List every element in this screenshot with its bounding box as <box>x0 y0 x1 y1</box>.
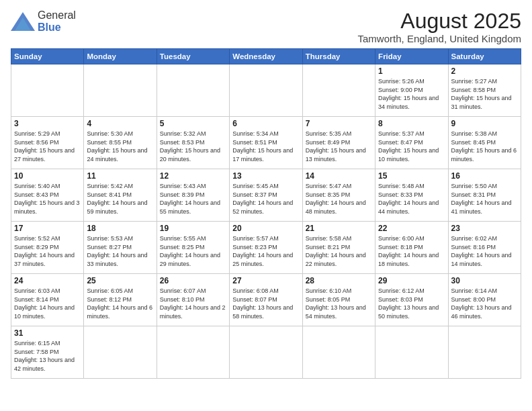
calendar-cell: 15Sunrise: 5:48 AM Sunset: 8:33 PM Dayli… <box>375 169 448 222</box>
day-number: 22 <box>378 224 445 233</box>
header-tuesday: Tuesday <box>157 49 229 64</box>
calendar-cell: 27Sunrise: 6:08 AM Sunset: 8:07 PM Dayli… <box>230 274 302 326</box>
calendar-cell: 19Sunrise: 5:55 AM Sunset: 8:25 PM Dayli… <box>157 222 229 274</box>
day-number: 8 <box>378 119 445 128</box>
day-number: 28 <box>306 276 372 285</box>
day-number: 17 <box>14 224 81 233</box>
calendar-cell: 12Sunrise: 5:43 AM Sunset: 8:39 PM Dayli… <box>157 169 229 222</box>
day-info: Sunrise: 5:37 AM Sunset: 8:47 PM Dayligh… <box>378 130 445 163</box>
day-info: Sunrise: 5:34 AM Sunset: 8:51 PM Dayligh… <box>232 130 299 163</box>
day-number: 14 <box>306 171 372 181</box>
day-info: Sunrise: 6:10 AM Sunset: 8:05 PM Dayligh… <box>306 287 372 320</box>
day-number: 24 <box>14 276 81 285</box>
day-info: Sunrise: 5:48 AM Sunset: 8:33 PM Dayligh… <box>378 182 445 216</box>
header-wednesday: Wednesday <box>230 49 302 64</box>
calendar-cell: 21Sunrise: 5:58 AM Sunset: 8:21 PM Dayli… <box>302 222 375 274</box>
day-info: Sunrise: 5:53 AM Sunset: 8:27 PM Dayligh… <box>87 234 153 268</box>
calendar-cell <box>11 64 84 117</box>
calendar-header-row: Sunday Monday Tuesday Wednesday Thursday… <box>11 49 521 64</box>
header: General Blue August 2025 Tamworth, Engla… <box>11 9 521 44</box>
day-info: Sunrise: 5:42 AM Sunset: 8:41 PM Dayligh… <box>87 182 153 216</box>
calendar-cell <box>375 326 448 379</box>
calendar-cell: 9Sunrise: 5:38 AM Sunset: 8:45 PM Daylig… <box>448 117 521 169</box>
calendar-cell: 24Sunrise: 6:03 AM Sunset: 8:14 PM Dayli… <box>11 274 84 326</box>
calendar-cell <box>157 64 229 117</box>
day-number: 26 <box>160 276 226 285</box>
page: General Blue August 2025 Tamworth, Engla… <box>0 0 532 411</box>
title-block: August 2025 Tamworth, England, United Ki… <box>358 9 521 44</box>
day-number: 27 <box>232 276 299 285</box>
calendar-cell <box>84 64 157 117</box>
day-number: 1 <box>378 66 445 76</box>
calendar-cell: 8Sunrise: 5:37 AM Sunset: 8:47 PM Daylig… <box>375 117 448 169</box>
calendar-cell: 31Sunrise: 6:15 AM Sunset: 7:58 PM Dayli… <box>11 326 84 379</box>
calendar-table: Sunday Monday Tuesday Wednesday Thursday… <box>11 48 521 379</box>
day-info: Sunrise: 5:27 AM Sunset: 8:58 PM Dayligh… <box>451 77 518 111</box>
day-info: Sunrise: 5:32 AM Sunset: 8:53 PM Dayligh… <box>160 130 226 163</box>
calendar-cell <box>302 326 375 379</box>
day-info: Sunrise: 6:03 AM Sunset: 8:14 PM Dayligh… <box>14 287 81 320</box>
header-sunday: Sunday <box>11 49 84 64</box>
day-info: Sunrise: 5:55 AM Sunset: 8:25 PM Dayligh… <box>160 234 226 268</box>
calendar-cell: 16Sunrise: 5:50 AM Sunset: 8:31 PM Dayli… <box>448 169 521 222</box>
calendar-cell: 2Sunrise: 5:27 AM Sunset: 8:58 PM Daylig… <box>448 64 521 117</box>
day-info: Sunrise: 6:14 AM Sunset: 8:00 PM Dayligh… <box>451 287 518 320</box>
header-monday: Monday <box>84 49 157 64</box>
calendar-cell: 22Sunrise: 6:00 AM Sunset: 8:18 PM Dayli… <box>375 222 448 274</box>
calendar-cell: 3Sunrise: 5:29 AM Sunset: 8:56 PM Daylig… <box>11 117 84 169</box>
day-number: 29 <box>378 276 445 285</box>
calendar-cell: 13Sunrise: 5:45 AM Sunset: 8:37 PM Dayli… <box>230 169 302 222</box>
day-info: Sunrise: 5:29 AM Sunset: 8:56 PM Dayligh… <box>14 130 81 163</box>
day-info: Sunrise: 6:05 AM Sunset: 8:12 PM Dayligh… <box>87 287 153 320</box>
header-friday: Friday <box>375 49 448 64</box>
day-number: 20 <box>232 224 299 233</box>
calendar-cell: 30Sunrise: 6:14 AM Sunset: 8:00 PM Dayli… <box>448 274 521 326</box>
day-number: 9 <box>451 119 518 128</box>
day-number: 21 <box>306 224 372 233</box>
calendar-cell: 25Sunrise: 6:05 AM Sunset: 8:12 PM Dayli… <box>84 274 157 326</box>
calendar-title: August 2025 <box>358 9 521 33</box>
calendar-cell: 23Sunrise: 6:02 AM Sunset: 8:16 PM Dayli… <box>448 222 521 274</box>
calendar-cell: 20Sunrise: 5:57 AM Sunset: 8:23 PM Dayli… <box>230 222 302 274</box>
calendar-cell <box>230 326 302 379</box>
logo: General Blue <box>11 9 76 34</box>
day-info: Sunrise: 5:35 AM Sunset: 8:49 PM Dayligh… <box>306 130 372 163</box>
day-number: 5 <box>160 119 226 128</box>
calendar-body: 1Sunrise: 5:26 AM Sunset: 9:00 PM Daylig… <box>11 64 521 379</box>
day-info: Sunrise: 5:40 AM Sunset: 8:43 PM Dayligh… <box>14 182 81 216</box>
day-number: 3 <box>14 119 81 128</box>
calendar-cell: 11Sunrise: 5:42 AM Sunset: 8:41 PM Dayli… <box>84 169 157 222</box>
day-info: Sunrise: 6:08 AM Sunset: 8:07 PM Dayligh… <box>232 287 299 320</box>
calendar-cell: 5Sunrise: 5:32 AM Sunset: 8:53 PM Daylig… <box>157 117 229 169</box>
day-number: 16 <box>451 171 518 181</box>
calendar-cell: 7Sunrise: 5:35 AM Sunset: 8:49 PM Daylig… <box>302 117 375 169</box>
day-number: 15 <box>378 171 445 181</box>
day-info: Sunrise: 5:50 AM Sunset: 8:31 PM Dayligh… <box>451 182 518 216</box>
day-info: Sunrise: 5:58 AM Sunset: 8:21 PM Dayligh… <box>306 234 372 268</box>
calendar-cell: 29Sunrise: 6:12 AM Sunset: 8:03 PM Dayli… <box>375 274 448 326</box>
day-info: Sunrise: 6:07 AM Sunset: 8:10 PM Dayligh… <box>160 287 226 320</box>
calendar-cell <box>157 326 229 379</box>
day-number: 6 <box>232 119 299 128</box>
day-number: 10 <box>14 171 81 181</box>
calendar-cell: 4Sunrise: 5:30 AM Sunset: 8:55 PM Daylig… <box>84 117 157 169</box>
calendar-cell: 14Sunrise: 5:47 AM Sunset: 8:35 PM Dayli… <box>302 169 375 222</box>
day-info: Sunrise: 5:47 AM Sunset: 8:35 PM Dayligh… <box>306 182 372 216</box>
day-info: Sunrise: 6:15 AM Sunset: 7:58 PM Dayligh… <box>14 339 81 373</box>
day-number: 31 <box>14 328 81 338</box>
day-number: 2 <box>451 66 518 76</box>
calendar-cell <box>84 326 157 379</box>
day-number: 11 <box>87 171 153 181</box>
calendar-cell: 10Sunrise: 5:40 AM Sunset: 8:43 PM Dayli… <box>11 169 84 222</box>
calendar-cell: 17Sunrise: 5:52 AM Sunset: 8:29 PM Dayli… <box>11 222 84 274</box>
calendar-cell <box>448 326 521 379</box>
day-number: 13 <box>232 171 299 181</box>
day-number: 18 <box>87 224 153 233</box>
day-number: 23 <box>451 224 518 233</box>
header-thursday: Thursday <box>302 49 375 64</box>
calendar-cell: 26Sunrise: 6:07 AM Sunset: 8:10 PM Dayli… <box>157 274 229 326</box>
day-number: 19 <box>160 224 226 233</box>
day-number: 25 <box>87 276 153 285</box>
header-saturday: Saturday <box>448 49 521 64</box>
day-info: Sunrise: 5:30 AM Sunset: 8:55 PM Dayligh… <box>87 130 153 163</box>
